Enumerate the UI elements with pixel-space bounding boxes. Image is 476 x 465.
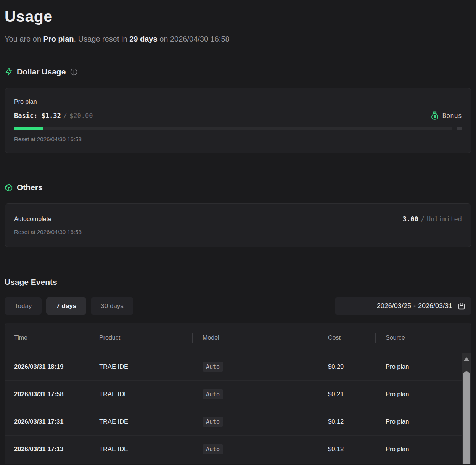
filter-button-7-days[interactable]: 7 days [46,297,86,315]
usage-events-title: Usage Events [5,278,471,287]
calendar-icon [458,302,465,310]
reset-days-text: 29 days [129,35,157,43]
table-scrollbar[interactable] [462,353,471,464]
date-range-start: 2026/03/25 [377,302,411,310]
autocomplete-used: 3.00 [403,215,418,223]
model-badge: Auto [203,389,223,399]
product-cell: TRAE IDE [89,363,192,370]
bonus-label: Bonus [442,112,462,119]
cube-icon [5,183,13,192]
time-cell: 2026/03/31 17:13 [14,446,89,453]
info-icon[interactable] [70,68,77,76]
date-range-picker[interactable]: 2026/03/25-2026/03/31 [335,297,471,315]
autocomplete-reset-text: Reset at 2026/04/30 16:58 [14,229,462,235]
date-range-end: 2026/03/31 [418,302,452,310]
model-cell: Auto [192,417,318,427]
usage-progress-bar [14,127,462,130]
filter-buttons: Today7 days30 days [5,297,138,315]
autocomplete-card: Autocomplete 3.00/Unlimited Reset at 202… [5,203,471,247]
autocomplete-separator: / [418,215,427,223]
plan-summary-text3: on 2026/04/30 16:58 [158,35,230,43]
plan-name-text: Pro plan [43,35,74,43]
model-badge: Auto [203,362,223,372]
plan-summary-text1: You are on [5,35,43,43]
basic-progress-fill [14,127,43,130]
model-cell: Auto [192,389,318,399]
others-section-header: Others [5,183,471,192]
basic-progress-track [14,127,452,130]
product-cell: TRAE IDE [89,418,192,425]
product-cell: TRAE IDE [89,446,192,453]
scrollbar-thumb[interactable] [463,371,470,464]
table-body: 2026/03/31 18:19TRAE IDEAuto$0.29Pro pla… [5,353,471,463]
table-row[interactable]: 2026/03/31 17:31TRAE IDEAuto$0.12Pro pla… [5,408,471,435]
basic-used-value: Basic: $1.32 [14,112,61,119]
usage-events-table: TimeProductModelCostSource 2026/03/31 18… [5,323,471,464]
column-header-time: Time [14,334,89,341]
autocomplete-limit: Unlimited [427,215,462,223]
cost-cell: $0.21 [318,391,375,398]
scroll-up-arrow-icon[interactable] [463,357,470,361]
card-plan-name: Pro plan [14,98,462,105]
usage-separator: / [61,112,69,119]
bonus-label-group[interactable]: Bonus [431,111,462,120]
cost-cell: $0.12 [318,446,375,453]
dollar-usage-card: Pro plan Basic: $1.32/$20.00 Bonus Reset… [5,88,471,153]
table-row[interactable]: 2026/03/31 17:58TRAE IDEAuto$0.21Pro pla… [5,380,471,408]
table-header: TimeProductModelCostSource [5,323,471,353]
column-header-model: Model [192,334,318,341]
table-partial-row [5,463,471,464]
time-cell: 2026/03/31 17:58 [14,391,89,398]
dollar-usage-title: Dollar Usage [17,67,66,76]
bonus-progress-segment [457,127,462,130]
money-bag-icon [431,111,439,120]
basic-usage-values: Basic: $1.32/$20.00 [14,112,93,119]
column-header-product: Product [89,334,192,341]
time-cell: 2026/03/31 18:19 [14,363,89,370]
events-filter-row: Today7 days30 days 2026/03/25-2026/03/31 [5,297,471,315]
date-range-separator: - [411,302,418,310]
source-cell: Pro plan [375,446,471,453]
cost-cell: $0.12 [318,418,375,425]
basic-total-value: $20.00 [69,112,93,119]
model-cell: Auto [192,444,318,454]
column-header-source: Source [375,334,471,341]
usage-page: Usage You are on Pro plan. Usage reset i… [0,8,476,464]
page-title: Usage [5,8,471,26]
source-cell: Pro plan [375,363,471,370]
autocomplete-row: Autocomplete 3.00/Unlimited [14,215,462,223]
filter-button-30-days[interactable]: 30 days [91,297,133,315]
basic-reset-text: Reset at 2026/04/30 16:58 [14,136,462,142]
source-cell: Pro plan [375,418,471,425]
model-badge: Auto [203,444,223,454]
table-row[interactable]: 2026/03/31 17:13TRAE IDEAuto$0.12Pro pla… [5,435,471,463]
autocomplete-name: Autocomplete [14,216,51,223]
table-row[interactable]: 2026/03/31 18:19TRAE IDEAuto$0.29Pro pla… [5,353,471,380]
plan-summary-text2: . Usage reset in [74,35,130,43]
autocomplete-value: 3.00/Unlimited [403,215,462,223]
lightning-icon [5,68,13,76]
cost-cell: $0.29 [318,363,375,370]
column-header-cost: Cost [318,334,375,341]
source-cell: Pro plan [375,391,471,398]
model-badge: Auto [203,417,223,427]
product-cell: TRAE IDE [89,391,192,398]
time-cell: 2026/03/31 17:31 [14,418,89,425]
plan-summary: You are on Pro plan. Usage reset in 29 d… [5,35,471,44]
filter-button-today[interactable]: Today [5,297,42,315]
model-cell: Auto [192,362,318,372]
dollar-usage-section-header: Dollar Usage [5,67,471,76]
others-title: Others [17,183,43,192]
basic-usage-line: Basic: $1.32/$20.00 Bonus [14,111,462,120]
date-range-text: 2026/03/25-2026/03/31 [377,302,452,310]
